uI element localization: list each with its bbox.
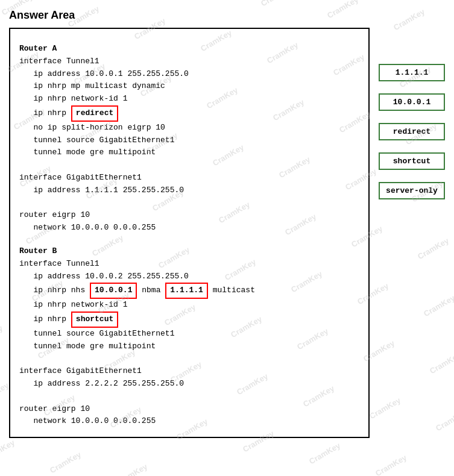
code-line: router eigrp 10: [19, 403, 359, 416]
code-line-nhrp-redirect: ip nhrp redirect: [19, 105, 359, 122]
code-line: [19, 159, 359, 172]
code-line: tunnel mode gre multipoint: [19, 146, 359, 159]
code-line: interface Tunnel1: [19, 258, 359, 271]
main-layout: Router A interface Tunnel1 ip address 10…: [9, 28, 445, 438]
multicast-label: multicast: [213, 286, 255, 295]
code-line: ip nhrp network-id 1: [19, 299, 359, 312]
code-line: ip address 2.2.2.2 255.255.255.0: [19, 378, 359, 390]
code-line: ip nhrp mp multicast dynamic: [19, 80, 359, 93]
nhs-ip-box: 10.0.0.1: [90, 283, 137, 299]
code-line: router eigrp 10: [19, 209, 359, 222]
code-line: ip address 10.0.0.2 255.255.255.0: [19, 271, 359, 283]
code-line: [19, 390, 359, 403]
code-line-nhrp-shortcut: ip nhrp shortcut: [19, 312, 359, 328]
sidebar: 1.1.1.1 10.0.0.1 redirect shortcut serve…: [379, 28, 445, 438]
code-line: interface Tunnel1: [19, 55, 359, 68]
option-server-only[interactable]: server-only: [379, 182, 445, 199]
nhs-line: ip nhrp nhs 10.0.0.1 nbma 1.1.1.1 multic…: [19, 283, 359, 299]
code-line: ip address 10.0.0.1 255.255.255.0: [19, 68, 359, 81]
page-container: Answer Area Router A interface Tunnel1 i…: [0, 0, 454, 447]
code-line: ip address 1.1.1.1 255.255.255.0: [19, 184, 359, 197]
redirect-inline-box: redirect: [71, 105, 118, 122]
config-box: Router A interface Tunnel1 ip address 10…: [9, 28, 370, 438]
router-a-title: Router A: [19, 43, 359, 55]
code-line: tunnel source GigabitEthernet1: [19, 134, 359, 147]
shortcut-inline-box: shortcut: [71, 312, 118, 328]
code-line: ip nhrp network-id 1: [19, 93, 359, 105]
code-line: interface GigabitEthernet1: [19, 172, 359, 184]
code-line: tunnel source GigabitEthernet1: [19, 328, 359, 340]
nbma-ip-box: 1.1.1.1: [165, 283, 208, 299]
option-redirect[interactable]: redirect: [379, 123, 445, 140]
code-line: [19, 352, 359, 365]
router-b-title: Router B: [19, 245, 359, 258]
code-line: [19, 197, 359, 210]
code-line: network 10.0.0.0 0.0.0.255: [19, 415, 359, 428]
option-shortcut[interactable]: shortcut: [379, 152, 445, 170]
option-10001[interactable]: 10.0.0.1: [379, 93, 445, 111]
code-line: no ip split-horizon eigrp 10: [19, 122, 359, 134]
code-line: interface GigabitEthernet1: [19, 365, 359, 378]
nbma-label: nbma: [142, 286, 160, 295]
page-title: Answer Area: [9, 9, 445, 22]
code-line: network 10.0.0.0 0.0.0.255: [19, 222, 359, 234]
option-1111[interactable]: 1.1.1.1: [379, 64, 445, 81]
code-line: tunnel mode gre multipoint: [19, 340, 359, 353]
